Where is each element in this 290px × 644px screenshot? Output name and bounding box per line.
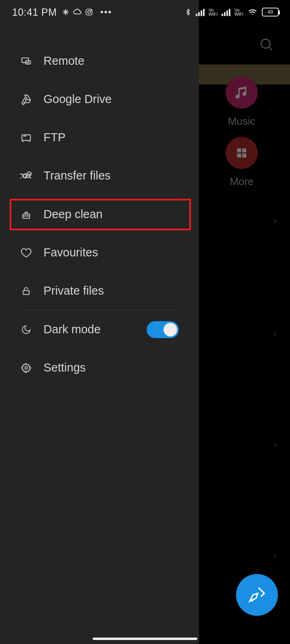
monitor-icon [20, 55, 32, 67]
gear-icon [20, 362, 32, 374]
sidebar-item-label: Google Drive [44, 93, 199, 106]
status-left: 10:41 PM ••• [12, 6, 112, 18]
sidebar-item-label: Dark mode [44, 323, 135, 336]
svg-point-1 [88, 11, 91, 14]
sidebar-item-label: Transfer files [44, 169, 199, 182]
status-right: VoWiFi VoWiFi 49 [184, 7, 279, 17]
signal-icon-2 [222, 8, 230, 16]
svg-rect-12 [23, 290, 29, 294]
navigation-drawer: Remote Google Drive FTP Transfer files [0, 0, 199, 644]
sidebar-item-label: Deep clean [44, 208, 199, 221]
cloud-icon [73, 8, 82, 17]
sidebar-item-ftp[interactable]: FTP [0, 118, 199, 157]
sidebar-item-gdrive[interactable]: Google Drive [0, 80, 199, 118]
svg-point-13 [25, 366, 28, 369]
instagram-icon [85, 8, 93, 16]
svg-point-2 [91, 10, 91, 11]
wifi-icon [247, 8, 258, 17]
toggle-knob [164, 323, 177, 336]
vowifi-icon-1: VoWiFi [209, 8, 218, 16]
sidebar-item-settings[interactable]: Settings [0, 349, 199, 387]
vowifi-icon-2: VoWiFi [234, 8, 243, 16]
gesture-bar[interactable] [93, 638, 197, 640]
sidebar-item-label: Favourites [44, 246, 199, 259]
svg-rect-10 [22, 135, 31, 140]
sidebar-item-remote[interactable]: Remote [0, 42, 199, 80]
battery-level: 49 [267, 9, 273, 15]
status-bar: 10:41 PM ••• VoWiFi VoWiFi [0, 0, 290, 24]
sidebar-item-label: Settings [44, 361, 199, 374]
sidebar-item-deep-clean[interactable]: Deep clean [0, 195, 199, 233]
slack-icon [62, 8, 70, 16]
battery-icon: 49 [262, 8, 279, 17]
sidebar-item-favourites[interactable]: Favourites [0, 233, 199, 272]
infinity-icon [20, 170, 32, 182]
lock-icon [20, 285, 32, 297]
broom-icon [20, 208, 32, 221]
bluetooth-icon [184, 7, 192, 17]
signal-icon-1 [196, 8, 205, 16]
sidebar-item-transfer[interactable]: Transfer files [0, 157, 199, 195]
sidebar-item-dark-mode[interactable]: Dark mode [0, 310, 199, 349]
clean-fab[interactable] [236, 574, 278, 616]
sidebar-item-label: Remote [44, 54, 199, 68]
heart-icon [20, 247, 32, 259]
more-notifications-icon: ••• [100, 7, 112, 17]
broom-icon [247, 585, 267, 605]
ftp-icon [20, 132, 32, 144]
gdrive-icon [20, 93, 32, 105]
sidebar-item-label: Private files [44, 284, 199, 297]
moon-icon [20, 324, 32, 336]
sidebar-item-private[interactable]: Private files [0, 272, 199, 310]
status-time: 10:41 PM [12, 6, 57, 18]
sidebar-item-label: FTP [44, 131, 199, 144]
dark-mode-toggle[interactable] [147, 321, 179, 338]
